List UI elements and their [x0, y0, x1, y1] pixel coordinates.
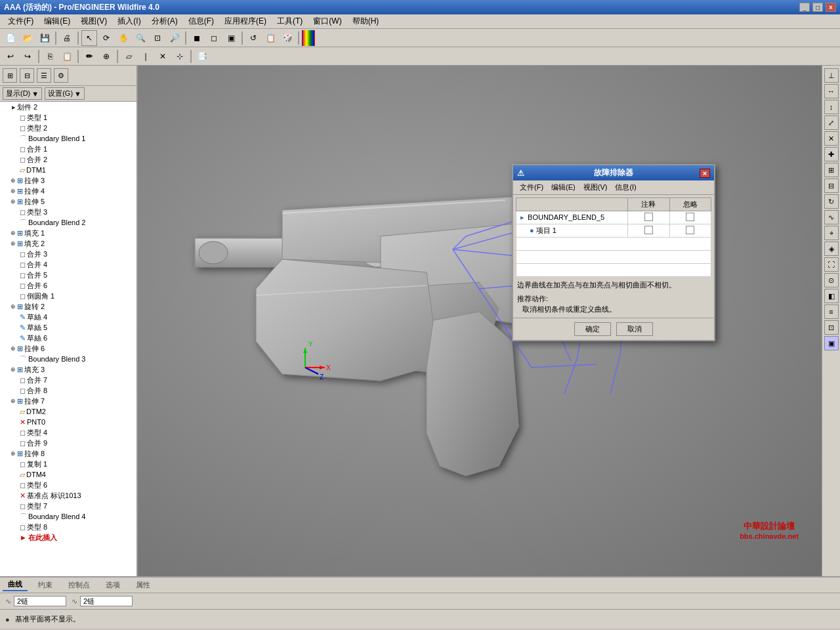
- tree-item[interactable]: ⊕⊞填充 1: [0, 228, 136, 238]
- tree-item[interactable]: ◻合并 7: [0, 375, 136, 385]
- tab-control-points[interactable]: 控制点: [63, 579, 95, 591]
- tree-item[interactable]: ⌒Boundary Blend 4: [0, 511, 136, 522]
- redo-btn[interactable]: ↪: [20, 49, 35, 64]
- rs-btn4[interactable]: ⤢: [824, 116, 839, 130]
- menu-view[interactable]: 视图(V): [75, 14, 112, 28]
- expand-icon[interactable]: ▸: [520, 213, 524, 221]
- zoom-in-btn[interactable]: 🔎: [167, 30, 182, 46]
- ignore-checkbox-2[interactable]: [686, 226, 694, 234]
- tree-item[interactable]: ⊕⊞填充 3: [0, 364, 136, 375]
- tree-item[interactable]: ◻合并 6: [0, 280, 136, 291]
- datum-axis-btn[interactable]: |: [138, 49, 154, 64]
- rs-btn12[interactable]: ◈: [824, 242, 839, 256]
- rs-btn16[interactable]: ≡: [824, 304, 839, 319]
- menu-file[interactable]: 文件(F): [3, 14, 39, 28]
- new-btn[interactable]: 📄: [3, 30, 18, 46]
- zoom-btn[interactable]: 🔍: [133, 30, 148, 46]
- menu-window[interactable]: 窗口(W): [308, 14, 346, 28]
- lp-icon3[interactable]: ☰: [37, 68, 51, 83]
- rs-btn1[interactable]: ⊥: [824, 68, 839, 83]
- tree-item[interactable]: ◻类型 3: [0, 207, 136, 217]
- chain-input1[interactable]: [14, 596, 66, 606]
- tree-item[interactable]: ⊕⊞拉伸 4: [0, 186, 136, 196]
- rs-btn10[interactable]: ∿: [824, 210, 839, 224]
- menu-applications[interactable]: 应用程序(E): [219, 14, 272, 28]
- rs-btn13[interactable]: ⛶: [824, 257, 839, 272]
- spin-btn[interactable]: ⟳: [98, 30, 114, 46]
- model-tree-btn[interactable]: 📋: [262, 30, 278, 46]
- dialog-menu-info[interactable]: 信息(I): [611, 182, 640, 193]
- tree-item[interactable]: ◻合并 2: [0, 154, 136, 165]
- title-bar-controls[interactable]: _ □ ×: [799, 3, 836, 12]
- lp-icon2[interactable]: ⊟: [20, 68, 34, 83]
- cancel-button[interactable]: 取消: [616, 322, 653, 336]
- wireframe-btn[interactable]: ◻: [206, 30, 222, 46]
- rs-btn14[interactable]: ⊙: [824, 273, 839, 287]
- display-dropdown[interactable]: 显示(D) ▼: [3, 87, 42, 100]
- print-btn[interactable]: 🖨: [59, 30, 75, 46]
- tree-item[interactable]: ✎草絲 4: [0, 312, 136, 322]
- tree-item[interactable]: ◻合并 3: [0, 249, 136, 259]
- tab-curve[interactable]: 曲线: [3, 579, 28, 591]
- copy-btn[interactable]: ⎘: [42, 49, 58, 64]
- rs-btn18[interactable]: ▣: [824, 336, 839, 350]
- tree-item[interactable]: ►在此插入: [0, 532, 136, 543]
- tree-item[interactable]: ◻类型 8: [0, 522, 136, 532]
- tree-item[interactable]: ⊕⊞拉伸 8: [0, 448, 136, 459]
- tree-item[interactable]: ▸划件 2: [0, 102, 136, 112]
- tree-item[interactable]: ◻倒圆角 1: [0, 291, 136, 301]
- settings-dropdown[interactable]: 设置(G) ▼: [45, 87, 85, 100]
- lp-icon4[interactable]: ⚙: [54, 68, 68, 83]
- tree-item[interactable]: ⊕⊞拉伸 6: [0, 343, 136, 354]
- tree-item[interactable]: ▱DTM4: [0, 469, 136, 480]
- rs-btn2[interactable]: ↔: [824, 84, 839, 98]
- coord-sys-btn[interactable]: ⊹: [172, 49, 188, 64]
- rs-btn3[interactable]: ↕: [824, 100, 839, 114]
- tree-item[interactable]: ◻复制 1: [0, 459, 136, 469]
- chain-input2[interactable]: [80, 596, 133, 606]
- color-btn[interactable]: [302, 30, 315, 46]
- tree-item[interactable]: ✕基准点 标识1013: [0, 490, 136, 501]
- sketch-btn[interactable]: ✏: [81, 49, 97, 64]
- tree-item[interactable]: ◻合并 9: [0, 438, 136, 448]
- tab-properties[interactable]: 属性: [131, 579, 156, 591]
- dialog-menu-file[interactable]: 文件(F): [516, 182, 547, 193]
- tree-item[interactable]: ◻类型 6: [0, 480, 136, 490]
- rs-btn9[interactable]: ↻: [824, 194, 839, 209]
- tree-item[interactable]: ⌒Boundary Blend 3: [0, 354, 136, 364]
- tree-item[interactable]: ⊕⊞旋转 2: [0, 301, 136, 312]
- menu-info[interactable]: 信息(F): [183, 14, 219, 28]
- rs-btn5[interactable]: ✕: [824, 131, 839, 146]
- ignore-checkbox-1[interactable]: [686, 213, 694, 221]
- open-btn[interactable]: 📂: [20, 30, 35, 46]
- dialog-menu-edit[interactable]: 编辑(E): [547, 182, 579, 193]
- tab-options[interactable]: 选项: [100, 579, 125, 591]
- viewport[interactable]: Y X Z ⚠ 故障排除器 × 文件(F) 编辑(E) 视图(V) 信息(I): [138, 66, 822, 576]
- hidden-btn[interactable]: ▣: [223, 30, 239, 46]
- note-checkbox-2[interactable]: [644, 226, 653, 234]
- minimize-button[interactable]: _: [799, 3, 810, 12]
- tree-item[interactable]: ◻类型 7: [0, 501, 136, 511]
- maximize-button[interactable]: □: [812, 3, 823, 12]
- undo-btn[interactable]: ↩: [3, 49, 18, 64]
- menu-edit[interactable]: 编辑(E): [39, 14, 75, 28]
- rs-btn15[interactable]: ◧: [824, 289, 839, 303]
- tree-item[interactable]: ◻类型 1: [0, 112, 136, 123]
- tree-item[interactable]: ◻类型 4: [0, 427, 136, 438]
- tree-item[interactable]: ✎草絲 6: [0, 333, 136, 343]
- rs-btn7[interactable]: ⊞: [824, 163, 839, 177]
- lp-icon1[interactable]: ⊞: [3, 68, 17, 83]
- tree-item[interactable]: ◻合并 8: [0, 385, 136, 396]
- rs-btn17[interactable]: ⊡: [824, 320, 839, 335]
- tree-item[interactable]: ⌒Boundary Blend 2: [0, 217, 136, 228]
- pan-btn[interactable]: ✋: [116, 30, 131, 46]
- layer-btn[interactable]: 📑: [194, 49, 210, 64]
- tree-item[interactable]: ▱DTM1: [0, 165, 136, 175]
- datum-plane-btn[interactable]: ▱: [121, 49, 136, 64]
- rs-btn6[interactable]: ✚: [824, 147, 839, 161]
- tree-item[interactable]: ✕PNT0: [0, 417, 136, 427]
- dialog-menu-view[interactable]: 视图(V): [579, 182, 612, 193]
- datum-point-btn[interactable]: ✕: [155, 49, 171, 64]
- create-btn[interactable]: ⊕: [98, 49, 114, 64]
- tree-item[interactable]: ▱DTM2: [0, 406, 136, 417]
